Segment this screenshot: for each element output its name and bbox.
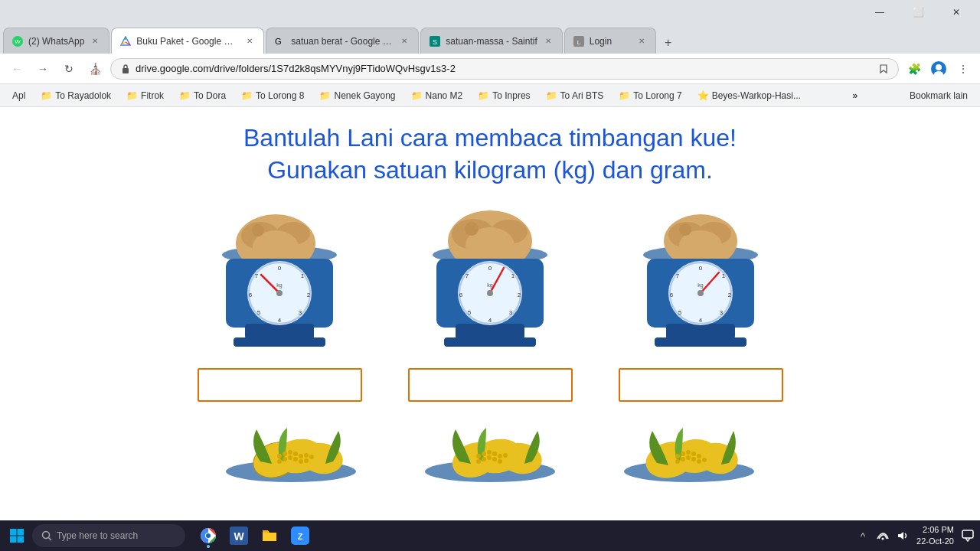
corn-illustration-1 xyxy=(214,414,368,483)
svg-point-128 xyxy=(697,459,701,464)
word-icon: W xyxy=(230,527,248,545)
svg-point-91 xyxy=(299,454,303,458)
taskbar-search-bar[interactable]: Type here to search xyxy=(32,524,185,547)
bookmark-lorong8[interactable]: 📁 To Lorong 8 xyxy=(235,89,310,103)
svg-point-105 xyxy=(482,452,486,456)
taskbar-date: 22-Oct-20 xyxy=(916,536,954,547)
svg-text:4: 4 xyxy=(699,317,703,324)
refresh-button[interactable]: ↻ xyxy=(58,58,80,80)
svg-text:2: 2 xyxy=(728,292,732,298)
svg-text:7: 7 xyxy=(255,272,259,279)
minimize-button[interactable]: — xyxy=(862,0,897,24)
scale-item-2: 0 1 2 3 4 5 6 7 kg xyxy=(408,201,573,402)
svg-rect-68 xyxy=(655,337,746,347)
tab-favicon-search: G xyxy=(274,35,286,47)
svg-point-87 xyxy=(277,454,282,458)
bookmark-folder-icon-6: 📁 xyxy=(411,90,423,101)
answer-box-1[interactable] xyxy=(198,368,362,402)
maximize-button[interactable]: ⬜ xyxy=(900,0,936,24)
bookmark-dora[interactable]: 📁 To Dora xyxy=(173,89,232,103)
taskbar-search-placeholder: Type here to search xyxy=(57,530,138,541)
taskbar-app-zoom[interactable]: Z xyxy=(286,522,314,549)
taskbar-volume-icon[interactable] xyxy=(895,528,910,543)
tabs-bar: W (2) WhatsApp ✕ Buku Paket - Google Dri… xyxy=(0,24,980,54)
svg-text:1: 1 xyxy=(722,272,726,279)
tab-google-search[interactable]: G satuan berat - Google Search ✕ xyxy=(266,28,419,54)
zoom-icon: Z xyxy=(291,527,309,545)
svg-point-138 xyxy=(206,533,211,538)
profile-button[interactable] xyxy=(928,58,949,80)
taskbar-app-files[interactable] xyxy=(256,522,283,549)
svg-text:6: 6 xyxy=(670,292,674,298)
svg-point-93 xyxy=(309,455,314,459)
files-icon xyxy=(260,527,279,545)
svg-point-106 xyxy=(487,450,492,455)
svg-point-111 xyxy=(482,457,486,461)
svg-text:W: W xyxy=(15,38,21,45)
home-button[interactable]: ⛪ xyxy=(84,58,106,80)
bookmark-nano-label: Nano M2 xyxy=(426,90,463,101)
bookmark-rayadolok[interactable]: 📁 To Rayadolok xyxy=(34,89,117,103)
answer-box-3[interactable] xyxy=(619,368,783,402)
taskbar-app-word[interactable]: W xyxy=(225,522,253,549)
bookmark-lain[interactable]: Bookmark lain xyxy=(903,89,974,103)
svg-text:5: 5 xyxy=(678,309,682,316)
taskbar-time: 2:06 PM xyxy=(916,524,954,536)
bookmarks-bar: Apl 📁 To Rayadolok 📁 Fitrok 📁 To Dora 📁 … xyxy=(0,84,980,107)
extensions-button[interactable]: 🧩 xyxy=(903,58,925,80)
notification-icon xyxy=(962,530,974,542)
tab-favicon-login: L xyxy=(573,35,585,47)
tab-close-search[interactable]: ✕ xyxy=(398,35,410,47)
bookmark-nenek[interactable]: 📁 Nenek Gayong xyxy=(313,89,401,103)
new-tab-button[interactable]: + xyxy=(658,32,679,54)
svg-text:2: 2 xyxy=(307,292,311,298)
svg-point-114 xyxy=(498,459,502,464)
volume-icon xyxy=(897,530,909,542)
bookmark-inpres[interactable]: 📁 To Inpres xyxy=(472,89,536,103)
corn-row xyxy=(31,414,949,483)
bookmark-rayadolok-label: To Rayadolok xyxy=(55,90,111,101)
svg-point-110 xyxy=(476,459,481,464)
svg-point-123 xyxy=(697,454,701,458)
nav-icons: 🧩 ⋮ xyxy=(903,58,974,80)
tab-close-login[interactable]: ✕ xyxy=(635,35,648,47)
close-button[interactable]: ✕ xyxy=(939,0,974,24)
bookmark-ari-bts[interactable]: 📁 To Ari BTS xyxy=(540,89,610,103)
menu-button[interactable]: ⋮ xyxy=(952,58,974,80)
taskbar-app-chrome[interactable] xyxy=(194,522,222,549)
bookmarks-more-button[interactable]: » xyxy=(848,89,863,103)
forward-button[interactable]: → xyxy=(32,58,54,80)
corn-illustration-2 xyxy=(413,414,567,483)
bookmark-folder-icon-9: 📁 xyxy=(619,90,630,101)
bookmark-nano[interactable]: 📁 Nano M2 xyxy=(405,89,469,103)
bookmark-beyes[interactable]: ⭐ Beyes-Warkop-Hasi... xyxy=(691,89,807,103)
bookmark-lorong7[interactable]: 📁 To Lorong 7 xyxy=(612,89,688,103)
taskbar-clock[interactable]: 2:06 PM 22-Oct-20 xyxy=(916,524,954,548)
tab-close-drive[interactable]: ✕ xyxy=(243,35,256,47)
svg-point-99 xyxy=(304,458,309,463)
taskbar-up-arrow[interactable]: ^ xyxy=(855,528,871,543)
taskbar-network-icon[interactable] xyxy=(875,528,890,543)
bookmark-apl[interactable]: Apl xyxy=(6,89,31,103)
tab-login[interactable]: L Login ✕ xyxy=(564,28,656,54)
svg-text:G: G xyxy=(275,37,282,46)
address-bar[interactable]: drive.google.com/drive/folders/1S7d2k8qs… xyxy=(110,58,899,80)
svg-rect-45 xyxy=(456,324,524,339)
back-button[interactable]: ← xyxy=(6,58,28,80)
bookmark-lorong8-label: To Lorong 8 xyxy=(256,90,304,101)
start-button[interactable] xyxy=(5,523,29,548)
tab-whatsapp[interactable]: W (2) WhatsApp ✕ xyxy=(3,28,109,54)
window-controls: — ⬜ ✕ xyxy=(862,0,974,24)
svg-point-109 xyxy=(503,453,508,458)
tab-close-whatsapp[interactable]: ✕ xyxy=(89,35,101,47)
taskbar-notification-icon[interactable] xyxy=(960,528,975,543)
tab-close-saintif[interactable]: ✕ xyxy=(542,35,554,47)
answer-box-2[interactable] xyxy=(408,368,573,402)
svg-text:0: 0 xyxy=(488,265,492,272)
bookmark-fitrok[interactable]: 📁 Fitrok xyxy=(120,89,170,103)
bookmark-folder-icon-1: 📁 xyxy=(41,90,52,101)
svg-point-20 xyxy=(252,224,264,236)
bookmark-lorong7-label: To Lorong 7 xyxy=(633,90,681,101)
tab-saintif[interactable]: S satuan-massa - Saintif ✕ xyxy=(420,28,562,54)
tab-google-drive[interactable]: Buku Paket - Google Drive ✕ xyxy=(111,28,264,54)
